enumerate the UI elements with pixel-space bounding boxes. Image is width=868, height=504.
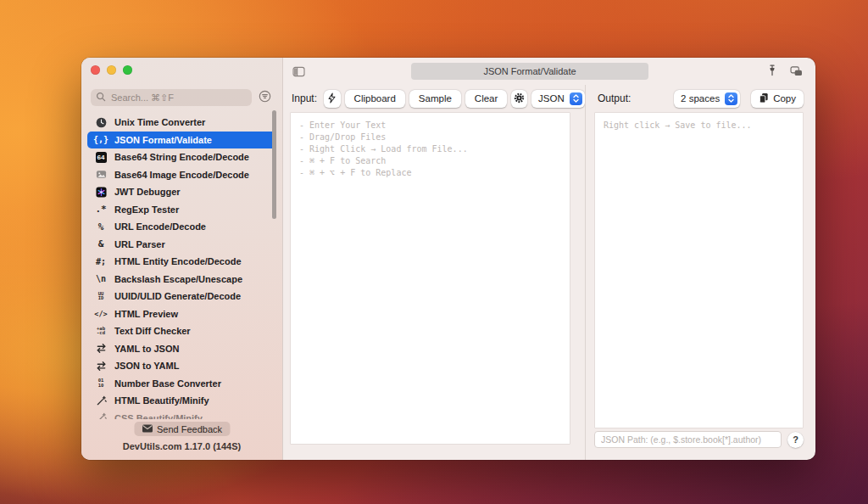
regexp-icon: .* — [94, 203, 108, 216]
sidebar-item-label: YAML to JSON — [114, 344, 179, 354]
clock-icon — [94, 116, 108, 129]
traffic-lights — [91, 65, 132, 75]
backslash-icon: \n — [94, 272, 108, 285]
envelope-icon — [142, 424, 153, 434]
sidebar-item-label: HTML Entity Encode/Decode — [114, 256, 242, 266]
filter-button[interactable] — [257, 90, 272, 105]
html-entity-icon: #; — [94, 255, 108, 268]
percent-icon: % — [94, 221, 108, 233]
sidebar: Unix Time Converter{,}JSON Format/Valida… — [81, 58, 283, 460]
minimize-button[interactable] — [107, 65, 116, 75]
output-toolbar: Output: 2 spaces Copy — [586, 85, 815, 112]
sidebar-item-unix-time-converter[interactable]: Unix Time Converter — [87, 114, 276, 132]
zoom-button[interactable] — [123, 65, 132, 75]
sidebar-item-url-encode-decode[interactable]: %URL Encode/Decode — [87, 218, 276, 236]
sidebar-item-base64-string-encode-decode[interactable]: 64Base64 String Encode/Decode — [87, 148, 276, 166]
jsonpath-input[interactable] — [594, 431, 782, 448]
sidebar-item-label: URL Parser — [114, 239, 165, 249]
swap-arrows-icon — [94, 360, 108, 372]
sidebar-item-label: RegExp Tester — [114, 204, 179, 215]
stepper-icon — [725, 92, 737, 105]
uuid-icon: UUID — [94, 290, 108, 303]
copy-label: Copy — [773, 93, 796, 104]
input-placeholder-line: - ⌘ + ⌥ + F to Replace — [299, 167, 561, 179]
clipboard-button[interactable]: Clipboard — [345, 90, 405, 108]
sidebar-item-json-format-validate[interactable]: {,}JSON Format/Validate — [87, 132, 276, 149]
window-capture-button[interactable] — [790, 64, 803, 80]
devutils-window: Unix Time Converter{,}JSON Format/Valida… — [81, 58, 815, 460]
binary-icon: 0110 — [94, 377, 108, 389]
wand-icon — [94, 395, 108, 407]
question-mark-label: ? — [793, 434, 798, 445]
sample-button[interactable]: Sample — [409, 90, 461, 108]
input-placeholder-line: - Drag/Drop Files — [299, 132, 561, 143]
sidebar-item-label: JWT Debugger — [114, 187, 181, 197]
sidebar-item-css-beautify-minify[interactable]: CSS Beautify/Minify — [87, 410, 276, 420]
sidebar-item-json-to-yaml[interactable]: JSON to YAML — [87, 357, 276, 375]
output-editor[interactable]: Right click → Save to file... — [594, 112, 804, 428]
sidebar-item-label: CSS Beautify/Minify — [114, 413, 203, 419]
sidebar-item-label: JSON to YAML — [114, 361, 179, 371]
swap-arrows-icon — [94, 342, 108, 355]
pin-button[interactable] — [767, 64, 777, 80]
indent-select[interactable]: 2 spaces — [674, 90, 740, 108]
output-label: Output: — [598, 92, 631, 104]
code-tags-icon: </> — [94, 307, 108, 320]
sidebar-item-html-beautify-minify[interactable]: HTML Beautify/Minify — [87, 392, 276, 410]
sidebar-item-label: Number Base Converter — [114, 378, 221, 389]
sidebar-item-label: Base64 Image Encode/Decode — [114, 170, 249, 180]
input-format-value: JSON — [538, 93, 565, 104]
search-icon — [96, 90, 106, 105]
title-tab: JSON Format/Validate — [411, 63, 648, 80]
version-text: DevUtils.com 1.17.0 (144S) — [81, 441, 282, 451]
help-button[interactable]: ? — [787, 432, 804, 448]
sidebar-item-label: HTML Preview — [114, 309, 178, 319]
lightning-bolt-icon — [327, 92, 337, 105]
sidebar-item-backslash-escape-unescape[interactable]: \nBackslash Escape/Unescape — [87, 271, 276, 288]
close-button[interactable] — [91, 65, 100, 75]
base64-badge-icon: 64 — [94, 151, 108, 164]
input-placeholder-line: - ⌘ + F to Search — [299, 155, 561, 167]
sidebar-item-label: Text Diff Checker — [114, 326, 191, 336]
sidebar-item-label: HTML Beautify/Minify — [114, 395, 209, 406]
sidebar-item-text-diff-checker[interactable]: +ab-cdText Diff Checker — [87, 322, 276, 340]
sidebar-scrollbar[interactable] — [272, 110, 276, 219]
sidebar-item-base64-image-encode-decode[interactable]: Base64 Image Encode/Decode — [87, 166, 276, 184]
sidebar-toggle-button[interactable] — [292, 65, 305, 81]
output-pane: Output: 2 spaces Copy Right click — [586, 85, 815, 460]
sidebar-item-jwt-debugger[interactable]: JWT Debugger — [87, 183, 276, 201]
gear-icon — [514, 92, 525, 105]
clear-button[interactable]: Clear — [465, 90, 507, 108]
copy-button[interactable]: Copy — [751, 90, 804, 108]
sidebar-item-url-parser[interactable]: &URL Parser — [87, 236, 276, 254]
input-placeholder-line: - Right Click → Load from File... — [299, 143, 561, 155]
sidebar-item-uuid-ulid-generate-decode[interactable]: UUIDUUID/ULID Generate/Decode — [87, 288, 276, 305]
settings-button[interactable] — [511, 90, 527, 108]
indent-value: 2 spaces — [681, 93, 720, 104]
input-label: Input: — [292, 92, 317, 104]
sidebar-item-html-preview[interactable]: </>HTML Preview — [87, 305, 276, 323]
sidebar-item-label: Backslash Escape/Unescape — [114, 274, 242, 284]
sidebar-item-regexp-tester[interactable]: .*RegExp Tester — [87, 201, 276, 219]
jwt-icon — [94, 186, 108, 199]
input-editor[interactable]: - Enter Your Text- Drag/Drop Files- Righ… — [290, 112, 570, 445]
ampersand-icon: & — [94, 238, 108, 250]
sidebar-item-html-entity-encode-decode[interactable]: #;HTML Entity Encode/Decode — [87, 253, 276, 271]
search-input[interactable] — [109, 92, 247, 104]
wand-icon — [94, 412, 108, 419]
sidebar-item-yaml-to-json[interactable]: YAML to JSON — [87, 340, 276, 358]
sidebar-list: Unix Time Converter{,}JSON Format/Valida… — [81, 114, 282, 419]
search-field[interactable] — [91, 89, 252, 106]
input-placeholder-line: - Enter Your Text — [299, 120, 561, 132]
auto-detect-button[interactable] — [324, 90, 341, 108]
stepper-icon — [570, 92, 582, 105]
filter-icon — [259, 90, 271, 106]
input-toolbar: Input: Clipboard Sample Clear JSON — [282, 85, 585, 112]
sidebar-toggle-icon — [292, 65, 305, 80]
sidebar-item-label: Unix Time Converter — [114, 117, 205, 127]
sidebar-item-number-base-converter[interactable]: 0110Number Base Converter — [87, 375, 276, 393]
input-format-select[interactable]: JSON — [531, 90, 585, 108]
send-feedback-label: Send Feedback — [157, 424, 222, 434]
send-feedback-button[interactable]: Send Feedback — [134, 422, 230, 436]
json-braces-icon: {,} — [94, 133, 108, 146]
